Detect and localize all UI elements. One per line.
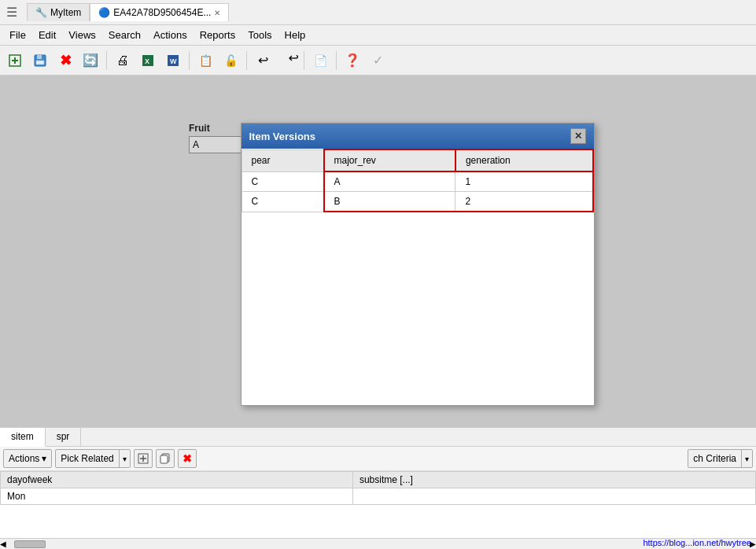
add-row-button[interactable] — [134, 449, 153, 468]
lock-button[interactable]: 🔓 — [219, 50, 242, 72]
bottom-tabs-row: sitem spr — [0, 428, 756, 447]
menu-reports[interactable]: Reports — [194, 27, 242, 43]
svg-rect-5 — [36, 61, 44, 64]
copy-row-button[interactable] — [156, 449, 175, 468]
search-criteria-label: ch Criteria — [688, 453, 741, 464]
title-bar: ☰ 🔧 MyItem 🔵 EA42A78D9506454E... ✕ — [0, 0, 756, 25]
modal-title: Item Versions — [249, 131, 316, 142]
print-button[interactable]: 🖨 — [111, 50, 135, 72]
copy-row-icon — [160, 453, 171, 464]
menu-tools[interactable]: Tools — [242, 27, 278, 43]
cell-subsitme-1 — [352, 488, 755, 505]
col-header-major-rev[interactable]: major_rev — [324, 149, 455, 171]
search-criteria-arrow-icon[interactable]: ▾ — [741, 450, 752, 467]
svg-text:W: W — [170, 57, 177, 65]
redo-button[interactable]: ↪ — [276, 50, 300, 72]
cell-major-rev-2: B — [324, 192, 455, 212]
title-bar-left: ☰ 🔧 MyItem 🔵 EA42A78D9506454E... ✕ — [6, 3, 229, 21]
col-dayofweek[interactable]: dayofweek — [1, 472, 353, 488]
refresh-button[interactable]: 🔄 — [79, 50, 102, 72]
new-button[interactable] — [3, 50, 27, 72]
bottom-section: sitem spr Actions ▾ Pick Related ▾ — [0, 427, 756, 549]
toolbar-sep-5 — [336, 51, 337, 70]
modal-close-button[interactable]: ✕ — [570, 128, 586, 144]
toolbar-sep-2 — [189, 51, 190, 70]
col-subsitme[interactable]: subsitme [...] — [352, 472, 755, 488]
cell-major-rev-1: A — [324, 171, 455, 192]
toolbar-sep-4 — [304, 51, 304, 70]
tabs-area: 🔧 MyItem 🔵 EA42A78D9506454E... ✕ — [27, 3, 229, 21]
menu-bar: File Edit Views Search Actions Reports T… — [0, 25, 756, 46]
menu-actions[interactable]: Actions — [147, 27, 194, 43]
bottom-table-container: dayofweek subsitme [...] Mon — [0, 471, 756, 505]
toolbar: ✖ 🔄 🖨 X W 📋 🔓 ↩ ↪ 📄 ❓ ✓ — [0, 46, 756, 76]
tab-spr[interactable]: spr — [46, 428, 82, 446]
delete-row-button[interactable]: ✖ — [178, 449, 197, 468]
bottom-toolbar: Actions ▾ Pick Related ▾ ✖ — [0, 447, 756, 471]
status-url: https://blog...ion.net/hwytree — [638, 536, 756, 549]
main-content: Fruit Apple Pear Item Versions ✕ pear — [0, 76, 756, 549]
pick-related-button[interactable]: Pick Related ▾ — [55, 449, 130, 468]
actions-label: Actions — [9, 453, 39, 464]
menu-search[interactable]: Search — [102, 27, 147, 43]
menu-help[interactable]: Help — [278, 27, 312, 43]
cell-generation-2: 2 — [455, 192, 593, 212]
svg-rect-14 — [160, 455, 168, 463]
pick-related-arrow-icon[interactable]: ▾ — [119, 450, 130, 467]
myitem-tab-icon: 🔧 — [35, 7, 47, 18]
svg-text:X: X — [145, 57, 149, 65]
cell-pear-2: C — [242, 192, 324, 212]
cell-pear-1: C — [242, 171, 324, 192]
actions-dropdown-icon: ▾ — [42, 453, 46, 464]
toolbar-sep-1 — [106, 51, 107, 70]
clipboard-button[interactable]: 📄 — [308, 50, 332, 72]
modal-title-bar: Item Versions ✕ — [242, 123, 594, 149]
save-icon — [33, 53, 47, 68]
check-button[interactable]: ✓ — [366, 50, 389, 72]
search-criteria-button[interactable]: ch Criteria ▾ — [688, 449, 753, 468]
item-versions-table: pear major_rev generation C A 1 C — [242, 149, 594, 212]
pick-related-label: Pick Related — [56, 453, 118, 464]
toolbar-sep-3 — [246, 51, 247, 70]
ea42-tab-close[interactable]: ✕ — [214, 9, 220, 17]
cell-dayofweek-1: Mon — [1, 488, 353, 505]
add-icon — [138, 453, 149, 464]
table-row[interactable]: Mon — [1, 488, 756, 505]
svg-rect-4 — [37, 55, 42, 59]
undo-button[interactable]: ↩ — [251, 50, 275, 72]
ea42-tab-label: EA42A78D9506454E... — [113, 7, 211, 18]
hamburger-menu[interactable]: ☰ — [6, 5, 17, 20]
tab-ea42[interactable]: 🔵 EA42A78D9506454E... ✕ — [90, 3, 229, 21]
actions-button[interactable]: Actions ▾ — [3, 449, 52, 468]
item-versions-modal: Item Versions ✕ pear major_rev generatio… — [241, 123, 595, 406]
word-icon: W — [166, 53, 180, 68]
excel-button[interactable]: X — [136, 50, 160, 72]
col-header-generation[interactable]: generation — [455, 149, 593, 171]
table-row[interactable]: C B 2 — [242, 192, 593, 212]
delete-button[interactable]: ✖ — [53, 50, 77, 72]
myitem-tab-label: MyItem — [50, 7, 81, 18]
scroll-left-arrow[interactable]: ◀ — [0, 540, 6, 548]
table-row[interactable]: C A 1 — [242, 171, 593, 192]
tab-sitem[interactable]: sitem — [0, 428, 46, 447]
scrollbar-thumb[interactable] — [14, 540, 46, 548]
cell-generation-1: 1 — [455, 171, 593, 192]
excel-icon: X — [141, 53, 155, 68]
bottom-data-table: dayofweek subsitme [...] Mon — [0, 471, 756, 505]
modal-body: pear major_rev generation C A 1 C — [242, 149, 594, 405]
help-button[interactable]: ❓ — [341, 50, 364, 72]
save-button[interactable] — [28, 50, 52, 72]
col-header-pear[interactable]: pear — [242, 149, 324, 171]
word-button[interactable]: W — [161, 50, 185, 72]
ea42-tab-icon: 🔵 — [98, 7, 110, 18]
menu-edit[interactable]: Edit — [32, 27, 62, 43]
copy-button[interactable]: 📋 — [194, 50, 217, 72]
horizontal-scrollbar[interactable]: ◀ ▶ https://blog...ion.net/hwytree — [0, 538, 756, 549]
menu-views[interactable]: Views — [62, 27, 101, 43]
tab-myitem[interactable]: 🔧 MyItem — [27, 3, 90, 21]
new-icon — [8, 53, 22, 68]
menu-file[interactable]: File — [3, 27, 32, 43]
